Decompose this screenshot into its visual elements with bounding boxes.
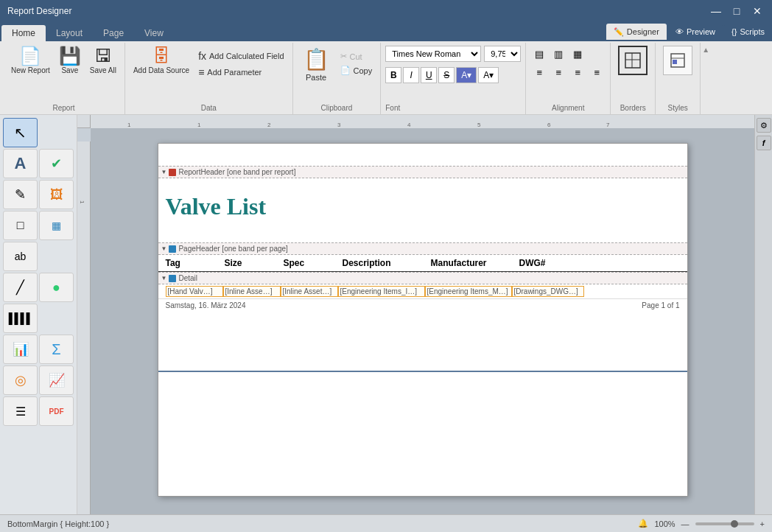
borders-group-label: Borders (620, 102, 646, 114)
align-right-top-btn[interactable]: ▦ (569, 46, 586, 62)
preview-view-btn[interactable]: 👁 Preview (668, 24, 723, 40)
ribbon-collapse-icon[interactable]: ▲ (702, 46, 709, 54)
borders-btn[interactable] (618, 46, 648, 75)
add-calculated-field-btn[interactable]: fx Add Calculated Field (194, 49, 287, 63)
data-group-label: Data (201, 102, 217, 114)
tool-image[interactable]: 🖼 (39, 180, 74, 209)
new-report-icon: 📄 (19, 47, 41, 65)
report-canvas[interactable]: ▼ ReportHeader [one band per report] Val… (91, 128, 754, 514)
add-data-source-btn[interactable]: 🗄 Add Data Source (130, 46, 193, 77)
report-group-label: Report (52, 102, 74, 114)
page-header-band-label: ▼ PageHeader [one band per page] (158, 242, 687, 255)
font-size-select[interactable]: 9,75 (484, 46, 521, 62)
tool-circle[interactable]: ● (39, 273, 74, 302)
italic-btn[interactable]: I (403, 67, 419, 83)
tab-layout[interactable]: Layout (46, 25, 93, 41)
font-format-row: B I U S A▾ A▾ (385, 65, 521, 83)
align-row-1: ▤ ▥ ▦ (530, 46, 606, 62)
save-all-btn[interactable]: 🖫 Save All (86, 46, 120, 76)
save-btn[interactable]: 💾 Save (55, 46, 85, 76)
tool-sigma[interactable]: Σ (39, 335, 74, 364)
data-small-btns: fx Add Calculated Field ≡ Add Parameter (194, 46, 287, 83)
align-center-top-btn[interactable]: ▥ (550, 46, 567, 62)
cut-copy-col: ✂ Cut 📄 Copy (337, 46, 376, 77)
properties-btn[interactable]: ⚙ (757, 118, 771, 133)
copy-icon: 📄 (340, 66, 351, 75)
field-desc[interactable]: [Engineering Items_I…] (338, 286, 425, 297)
field-dwg[interactable]: [Drawings_DWG…] (512, 286, 584, 297)
tool-shape[interactable]: □ (3, 211, 38, 240)
tool-text[interactable]: A (3, 149, 38, 178)
new-report-btn[interactable]: 📄 New Report (7, 46, 54, 76)
bottom-margin-line (158, 371, 687, 372)
font-color-btn[interactable]: A▾ (478, 67, 499, 83)
maximize-btn[interactable]: □ (729, 5, 744, 17)
col-header-tag: Tag (166, 258, 225, 268)
styles-btn[interactable] (663, 46, 692, 75)
status-info: BottomMargin { Height:100 } (7, 519, 109, 528)
detail-collapse-icon[interactable]: ▼ (161, 275, 167, 281)
tab-home[interactable]: Home (1, 25, 46, 41)
zoom-slider[interactable] (695, 522, 754, 525)
tool-gauge[interactable]: ◎ (3, 365, 38, 395)
alignment-group-label: Alignment (552, 102, 584, 114)
tool-pdf[interactable]: PDF (39, 396, 74, 426)
zoom-minus-btn[interactable]: — (681, 519, 689, 528)
ribbon-collapse[interactable]: ▲ (701, 43, 711, 114)
preview-icon: 👁 (676, 27, 684, 36)
canvas-with-ruler: 1 1 2 3 4 5 6 7 1 (77, 115, 754, 514)
band-collapse-icon[interactable]: ▼ (161, 169, 167, 175)
cut-btn[interactable]: ✂ Cut (337, 50, 376, 63)
tab-view[interactable]: View (134, 25, 174, 41)
title-bar: Report Designer — □ ✕ (0, 0, 772, 22)
minimize-btn[interactable]: — (709, 5, 723, 17)
tool-checkbox[interactable]: ✔ (39, 149, 74, 178)
paste-btn[interactable]: 📋 Paste (298, 46, 335, 83)
tool-ab[interactable]: ab (3, 242, 38, 271)
align-left-btn[interactable]: ≡ (530, 64, 548, 80)
ribbon-group-styles: Styles (656, 43, 701, 114)
alignment-controls: ▤ ▥ ▦ ≡ ≡ ≡ ≡ (530, 43, 606, 83)
copy-btn[interactable]: 📄 Copy (337, 64, 376, 77)
underline-btn[interactable]: U (421, 67, 437, 83)
close-btn[interactable]: ✕ (750, 5, 765, 17)
align-row-2: ≡ ≡ ≡ ≡ (530, 64, 606, 80)
tool-sparkline[interactable]: 📈 (39, 365, 74, 395)
align-justify-btn[interactable]: ≡ (588, 64, 606, 80)
font-family-row: Times New Roman 9,75 (385, 46, 521, 62)
add-parameter-btn[interactable]: ≡ Add Parameter (194, 65, 287, 80)
ruler-corner (77, 115, 91, 127)
highlight-btn[interactable]: A▾ (456, 67, 477, 83)
tool-richtext[interactable]: ✎ (3, 180, 38, 209)
tool-list[interactable]: ☰ (3, 396, 38, 426)
designer-view-btn[interactable]: ✏️ Designer (606, 24, 667, 40)
tool-table[interactable]: ▦ (39, 211, 74, 240)
zoom-plus-btn[interactable]: + (760, 519, 765, 528)
page-header-collapse-icon[interactable]: ▼ (161, 245, 167, 252)
tool-line[interactable]: ╱ (3, 273, 38, 302)
field-size[interactable]: [Inline Asse…] (223, 286, 281, 297)
strikethrough-btn[interactable]: S (438, 67, 455, 83)
canvas-scroll-area: 1 ▼ ReportHeader [one band per report] (77, 128, 754, 514)
bold-btn[interactable]: B (385, 67, 401, 83)
zoom-slider-thumb[interactable] (731, 520, 738, 528)
font-controls: Times New Roman 9,75 B I U S A▾ A▾ (385, 43, 521, 102)
field-spec[interactable]: [Inline Asset…] (281, 286, 338, 297)
bottom-empty-area (158, 312, 687, 371)
align-center-btn[interactable]: ≡ (550, 64, 567, 80)
tool-select[interactable]: ↖ (3, 118, 38, 147)
field-tag[interactable]: [Hand Valv…] (166, 286, 223, 297)
align-right-btn[interactable]: ≡ (569, 64, 586, 80)
field-mfr[interactable]: [Engineering Items_M…] (425, 286, 512, 297)
scripts-icon: {} (731, 27, 737, 36)
status-bar: BottomMargin { Height:100 } 🔔 100% — + (0, 514, 772, 532)
align-left-top-btn[interactable]: ▤ (530, 46, 548, 62)
font-family-select[interactable]: Times New Roman (385, 46, 481, 62)
toolbox-grid: ↖ A ✔ ✎ 🖼 □ ▦ ab ╱ ● ▌▌▌▌ 📊 Σ ◎ 📈 (0, 115, 77, 429)
tool-chart[interactable]: 📊 (3, 335, 38, 364)
function-btn[interactable]: f (757, 136, 771, 150)
tab-page[interactable]: Page (93, 25, 134, 41)
window-controls: — □ ✕ (709, 5, 765, 17)
tool-barcode[interactable]: ▌▌▌▌ (3, 304, 38, 333)
scripts-view-btn[interactable]: {} Scripts (724, 24, 772, 40)
